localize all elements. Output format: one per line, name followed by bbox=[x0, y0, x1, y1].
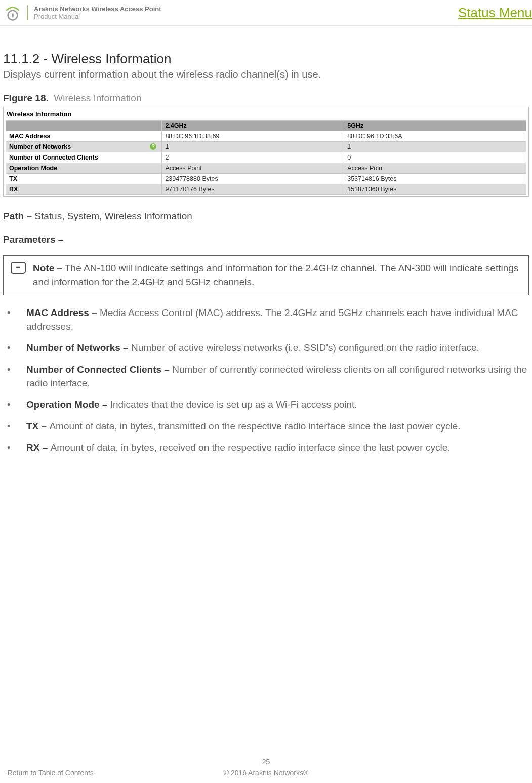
cell-5ghz: 88:DC:96:1D:33:6A bbox=[344, 131, 526, 142]
table-header-row: 2.4GHz 5GHz bbox=[6, 121, 526, 131]
figure-caption: Figure 18. Wireless Information bbox=[3, 93, 529, 104]
figure-label: Figure 18. bbox=[3, 93, 49, 103]
header-text: Araknis Networks Wireless Access Point P… bbox=[34, 5, 161, 20]
cell-24ghz: Access Point bbox=[162, 163, 344, 174]
param-desc: Number of active wireless networks (i.e.… bbox=[131, 342, 479, 353]
status-menu-link[interactable]: Status Menu bbox=[458, 5, 532, 21]
return-toc-link[interactable]: -Return to Table of Contents- bbox=[5, 769, 96, 777]
page-content: 11.1.2 - Wireless Information Displays c… bbox=[0, 26, 532, 455]
header-title: Araknis Networks Wireless Access Point bbox=[34, 5, 161, 13]
list-item: MAC Address – Media Access Control (MAC)… bbox=[17, 306, 529, 333]
cell-5ghz: 0 bbox=[344, 152, 526, 163]
param-term: TX – bbox=[26, 421, 49, 432]
cell-24ghz: 2 bbox=[162, 152, 344, 163]
row-label: Number of Connected Clients bbox=[6, 152, 162, 163]
table-row: TX2394778880 Bytes353714816 Bytes bbox=[6, 174, 526, 184]
table-row: Number of Networks?11 bbox=[6, 142, 526, 152]
help-icon[interactable]: ? bbox=[150, 143, 156, 150]
cell-5ghz: 151871360 Bytes bbox=[344, 184, 526, 195]
cell-5ghz: Access Point bbox=[344, 163, 526, 174]
row-label: RX bbox=[6, 184, 162, 195]
cell-5ghz: 353714816 Bytes bbox=[344, 174, 526, 184]
list-item: RX – Amount of data, in bytes, received … bbox=[17, 441, 529, 455]
list-item: TX – Amount of data, in bytes, transmitt… bbox=[17, 420, 529, 434]
list-item: Operation Mode – Indicates that the devi… bbox=[17, 398, 529, 412]
page-header: Araknis Networks Wireless Access Point P… bbox=[0, 0, 532, 24]
wireless-info-screenshot: Wireless Information 2.4GHz 5GHz MAC Add… bbox=[3, 107, 529, 197]
page-footer: 25 -Return to Table of Contents- © 2016 … bbox=[0, 758, 532, 777]
param-term: Number of Networks – bbox=[26, 342, 131, 353]
header-divider bbox=[27, 5, 28, 20]
row-label: TX bbox=[6, 174, 162, 184]
page-number: 25 bbox=[0, 758, 532, 766]
cell-24ghz: 88:DC:96:1D:33:69 bbox=[162, 131, 344, 142]
param-desc: Amount of data, in bytes, received on th… bbox=[51, 442, 451, 453]
parameters-heading: Parameters – bbox=[3, 234, 529, 245]
list-item: Number of Connected Clients – Number of … bbox=[17, 363, 529, 390]
row-label: MAC Address bbox=[6, 131, 162, 142]
cell-24ghz: 971170176 Bytes bbox=[162, 184, 344, 195]
param-desc: Media Access Control (MAC) address. The … bbox=[26, 307, 518, 332]
table-row: RX971170176 Bytes151871360 Bytes bbox=[6, 184, 526, 195]
copyright-text: © 2016 Araknis Networks® bbox=[224, 769, 309, 777]
section-heading: 11.1.2 - Wireless Information bbox=[3, 51, 529, 67]
row-label: Number of Networks? bbox=[6, 142, 162, 152]
note-text: Note – The AN-100 will indicate settings… bbox=[33, 262, 522, 289]
param-term: Operation Mode – bbox=[26, 399, 110, 410]
note-icon: ≡ bbox=[11, 262, 26, 274]
header-subtitle: Product Manual bbox=[34, 13, 161, 20]
panel-title: Wireless Information bbox=[6, 109, 526, 120]
param-term: RX – bbox=[26, 442, 51, 453]
param-term: Number of Connected Clients – bbox=[26, 364, 172, 375]
brand-logo-icon bbox=[4, 4, 21, 21]
path-label: Path – bbox=[3, 211, 32, 221]
row-label: Operation Mode bbox=[6, 163, 162, 174]
cell-24ghz: 1 bbox=[162, 142, 344, 152]
list-item: Number of Networks – Number of active wi… bbox=[17, 341, 529, 355]
table-header-5ghz: 5GHz bbox=[344, 121, 526, 131]
cell-24ghz: 2394778880 Bytes bbox=[162, 174, 344, 184]
section-subtitle: Displays current information about the w… bbox=[3, 69, 529, 81]
table-row: Operation ModeAccess PointAccess Point bbox=[6, 163, 526, 174]
note-box: ≡ Note – The AN-100 will indicate settin… bbox=[3, 255, 529, 295]
table-header-24ghz: 2.4GHz bbox=[162, 121, 344, 131]
wireless-info-table: 2.4GHz 5GHz MAC Address88:DC:96:1D:33:69… bbox=[6, 120, 526, 195]
table-header-blank bbox=[6, 121, 162, 131]
path-value: Status, System, Wireless Information bbox=[34, 211, 192, 221]
cell-5ghz: 1 bbox=[344, 142, 526, 152]
table-row: Number of Connected Clients20 bbox=[6, 152, 526, 163]
param-term: MAC Address – bbox=[26, 307, 100, 318]
table-row: MAC Address88:DC:96:1D:33:6988:DC:96:1D:… bbox=[6, 131, 526, 142]
svg-rect-1 bbox=[12, 14, 13, 18]
parameters-list: MAC Address – Media Access Control (MAC)… bbox=[3, 306, 529, 455]
path-line: Path – Status, System, Wireless Informat… bbox=[3, 211, 529, 222]
param-desc: Indicates that the device is set up as a… bbox=[110, 399, 357, 410]
param-desc: Amount of data, in bytes, transmitted on… bbox=[49, 421, 460, 432]
